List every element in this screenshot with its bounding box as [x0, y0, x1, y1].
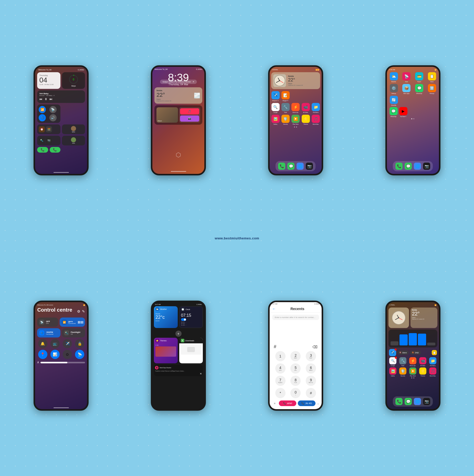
p6-notif-close-icon[interactable]: ✕ — [200, 372, 202, 375]
p8-app-boost[interactable]: ⚡ Boost spe. — [408, 357, 417, 366]
p5-data-toggle[interactable]: 📊 — [50, 350, 60, 359]
p1-camera-icon[interactable]: 📷 — [46, 137, 52, 144]
p3-app-filemanager[interactable]: 📁 File Mana. — [311, 103, 320, 113]
p4-app-paytm[interactable]: 💳 Paytm — [414, 72, 425, 82]
p1-calc-icon[interactable]: 🧮 — [46, 126, 52, 132]
p8-dock-messages[interactable]: 💬 — [405, 398, 412, 405]
p6-clock-card[interactable]: 🕐 Clock 07:15 05:00 ... 07:00 ... 11:00 … — [179, 306, 203, 328]
p4-app-whatsapp[interactable]: 💬 WhatsApp — [414, 84, 425, 94]
p4-app-weather[interactable]: ⛅ Weather — [388, 72, 399, 82]
p8-sound-btn[interactable]: 🔇 Silent — [397, 351, 409, 355]
p5-brightness-slider[interactable] — [40, 362, 85, 363]
p8-dock-phone[interactable]: 📞 — [395, 398, 403, 405]
p3-dock-phone[interactable]: 📞 — [278, 163, 285, 170]
p6-toggle-on[interactable] — [181, 318, 186, 321]
p8-app-mivideo[interactable]: 📹 Mi Video — [418, 357, 427, 366]
p5-wifi-btn[interactable]: 📶 guru Connected ▐▐▐▐ — [60, 318, 85, 327]
p3-app-telegram[interactable]: ✈️ Telegram S. — [271, 91, 280, 101]
p5-settings-icon[interactable]: ⚙ — [77, 309, 80, 313]
p1-alarm-icon[interactable]: ⏰ — [39, 126, 45, 132]
p4-app-youtube[interactable]: ▶ YouTube Y. — [399, 107, 407, 117]
p8-app-playstore[interactable]: ▶️ Play Store — [408, 367, 417, 377]
p8-notes-icon[interactable]: 📋 — [432, 350, 437, 355]
p5-radio-btn[interactable]: 🔵 :932FM Connected — [37, 328, 60, 337]
p3-app-playstore[interactable]: ▶️ Play Store — [291, 115, 300, 125]
p3-dock-camera[interactable]: 📷 — [306, 163, 313, 170]
p5-edit-icon[interactable]: ✎ — [82, 309, 85, 313]
p3-app-wynk[interactable]: 🎵 Wynk Mus. — [311, 115, 320, 125]
p7-key-3[interactable]: 3 DEF — [306, 351, 316, 361]
p7-more-icon[interactable]: ⌄ — [317, 402, 319, 405]
p7-key-star[interactable]: * — [275, 388, 286, 398]
p1-signal-btn[interactable]: 📡 — [49, 106, 57, 113]
p8-dnd-btn[interactable]: 🔕 DND — [410, 351, 421, 355]
p3-app-security[interactable]: 🛡️ Security — [281, 115, 290, 125]
p4-dock-phone[interactable]: 📞 — [395, 163, 403, 170]
p4-app-settings[interactable]: ⚙️ Settings — [388, 84, 399, 94]
p4-dock-camera[interactable]: 📷 — [423, 163, 430, 170]
p8-app-google[interactable]: 🔍 1 Google — [388, 357, 397, 366]
p3-app-mivideo[interactable]: 📹 Mi Video — [301, 103, 310, 113]
p8-app-tools[interactable]: 🔧 Tools — [398, 357, 407, 366]
p2-photos-icon[interactable]: 📷 — [180, 115, 199, 122]
p8-app-themes[interactable]: ⭐ Themes — [418, 367, 427, 377]
p1-prev-icon[interactable]: ⏮ — [39, 97, 42, 101]
p3-dock-chrome[interactable]: 🌐 — [297, 163, 304, 170]
p8-app-wynk[interactable]: 🎵 Wynk Mus. — [428, 367, 437, 377]
p7-airtel-call-btn[interactable]: 📞 airtel — [279, 400, 297, 406]
p1-wifi-btn[interactable]: 📶 — [39, 106, 46, 113]
p3-app-tools[interactable]: 🔧 Tools — [281, 103, 290, 113]
p7-key-9[interactable]: 9 WXYZ — [306, 376, 316, 386]
p1-call-btn2[interactable]: 📞 — [50, 147, 60, 153]
p2-fingerprint-icon[interactable]: ⬡ — [176, 151, 181, 158]
p8-dock-camera[interactable]: 📷 — [423, 398, 430, 405]
p4-dock-messages[interactable]: 💬 — [405, 163, 412, 170]
p4-app-airtel[interactable]: 📡 Airtel — [401, 72, 412, 82]
p5-flight-toggle[interactable]: ✈️ — [62, 339, 73, 348]
p4-app-moreapps[interactable]: 📦 More apps — [401, 84, 412, 94]
p3-app-themes[interactable]: ⭐ Themes — [301, 115, 310, 125]
p3-app-gallery[interactable]: 🖼️ Gallery — [271, 115, 280, 125]
p7-jio-call-btn[interactable]: 📞 Jio 4G — [298, 400, 315, 406]
p1-vol-btn[interactable]: 🔊 — [49, 114, 57, 121]
p7-key-1[interactable]: 1 — [275, 351, 286, 361]
p8-app-filema[interactable]: 📁 File Mana. — [428, 357, 437, 366]
p4-app-whatsapp2[interactable]: 💬 WhatsApp — [389, 107, 398, 117]
p7-back-icon[interactable]: ← — [272, 307, 276, 311]
p1-next-icon[interactable]: ⏭ — [49, 97, 52, 101]
p6-downloads-card[interactable]: ⬇ Downloads — [179, 338, 203, 363]
p1-pause-icon[interactable]: ⏸ — [44, 97, 47, 101]
p5-flashlight-btn[interactable]: 🔦 Flashlight Off — [62, 328, 85, 337]
p6-themes-card[interactable]: ⭐ Themes 2:36 — [154, 338, 178, 363]
p4-dock-chrome[interactable]: 🌐 — [414, 163, 421, 170]
p5-lock-toggle[interactable]: 🔒 — [74, 339, 85, 348]
p8-app-security[interactable]: 🛡️ Security — [398, 367, 407, 377]
p4-app-notes[interactable]: 📋 Notes — [427, 72, 437, 82]
p4-app-shareme[interactable]: 🔄 ShareMe — [388, 96, 399, 106]
p7-key-2[interactable]: 2 ABC — [290, 351, 301, 361]
p1-call-btn1[interactable]: 📞 — [37, 147, 48, 153]
p7-key-hash[interactable]: # — [306, 388, 316, 398]
p8-telegram-icon[interactable]: ✈️ ! — [389, 349, 396, 356]
p7-key-5[interactable]: 5 JKL — [290, 363, 301, 374]
p8-app-gallery[interactable]: 🖼️ Gallery — [388, 367, 397, 377]
p7-menu-icon[interactable]: ≡ — [272, 402, 277, 405]
p1-flashlight-icon[interactable]: 🔦 — [39, 137, 45, 144]
p7-key-0[interactable]: 0 + — [290, 388, 301, 398]
p8-dock-chrome[interactable]: 🌐 — [414, 398, 421, 405]
p3-app-blogger[interactable]: 📝 Blogger P. — [281, 91, 290, 101]
p7-delete-btn[interactable]: ⌫ — [312, 345, 318, 349]
p7-key-6[interactable]: 6 MNO — [306, 363, 316, 374]
p5-airtel-btn[interactable]: 📡 OFF OFF — [37, 318, 58, 327]
p3-app-google[interactable]: 🔍 Google — [271, 103, 280, 113]
p6-add-button[interactable]: + — [175, 331, 182, 337]
p2-music-icon[interactable]: 🎵 — [180, 108, 199, 114]
p3-dock-messages[interactable]: 💬 — [287, 163, 294, 170]
p2-close-hint-icon[interactable]: ✕ — [193, 81, 194, 83]
p7-key-8[interactable]: 8 TUV — [290, 376, 301, 386]
p5-hotspot-toggle[interactable]: 📡 — [74, 350, 85, 359]
p5-location-toggle[interactable]: 📍 — [37, 350, 48, 359]
p1-bt-btn[interactable]: 🔵 — [39, 114, 46, 121]
p4-app-nhongo[interactable]: 🈳 NHongo — [427, 84, 437, 94]
p7-key-4[interactable]: 4 GHI — [275, 363, 286, 374]
